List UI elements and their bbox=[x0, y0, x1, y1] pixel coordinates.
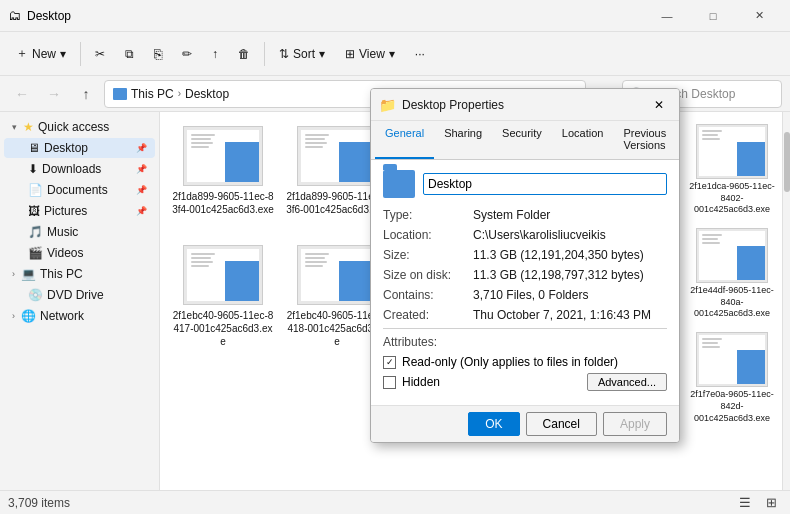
prop-label: Size: bbox=[383, 248, 473, 262]
folder-name-input[interactable] bbox=[423, 173, 667, 195]
dialog-separator bbox=[383, 328, 667, 329]
forward-button[interactable]: → bbox=[40, 80, 68, 108]
sidebar-item-dvd[interactable]: 💿 DVD Drive bbox=[4, 285, 155, 305]
thispc-icon: 💻 bbox=[21, 267, 36, 281]
dialog-body: Type: System Folder Location: C:\Users\k… bbox=[371, 160, 679, 405]
file-name: 2f1ebc40-9605-11ec-8417-001c425ac6d3.exe bbox=[172, 309, 274, 348]
property-row: Created: Thu October 7, 2021, 1:16:43 PM bbox=[383, 308, 667, 322]
view-icon: ⊞ bbox=[345, 47, 355, 61]
hidden-checkbox[interactable] bbox=[383, 376, 396, 389]
right-file-item[interactable]: 2f1f7e0a-9605-11ec-842d-001c425ac6d3.exe bbox=[686, 328, 778, 428]
cancel-button[interactable]: Cancel bbox=[526, 412, 597, 436]
close-button[interactable]: ✕ bbox=[736, 0, 782, 32]
advanced-button[interactable]: Advanced... bbox=[587, 373, 667, 391]
file-thumbnail bbox=[297, 126, 377, 186]
music-label: Music bbox=[47, 225, 78, 239]
status-bar: 3,709 items ☰ ⊞ bbox=[0, 490, 790, 514]
right-file-name: 2f1f7e0a-9605-11ec-842d-001c425ac6d3.exe bbox=[688, 389, 776, 424]
paste-button[interactable]: ⎘ bbox=[146, 42, 170, 66]
copy-icon: ⧉ bbox=[125, 47, 134, 61]
prop-value: 11.3 GB (12,191,204,350 bytes) bbox=[473, 248, 644, 262]
dialog-title-text: Desktop Properties bbox=[402, 98, 504, 112]
new-icon: ＋ bbox=[16, 45, 28, 62]
videos-icon: 🎬 bbox=[28, 246, 43, 260]
readonly-checkbox[interactable] bbox=[383, 356, 396, 369]
right-file-thumbnail bbox=[696, 228, 768, 283]
thispc-label: This PC bbox=[40, 267, 83, 281]
sidebar-item-thispc[interactable]: › 💻 This PC bbox=[4, 264, 155, 284]
sidebar-item-network[interactable]: › 🌐 Network bbox=[4, 306, 155, 326]
share-button[interactable]: ↑ bbox=[204, 43, 226, 65]
pin-icon-doc: 📌 bbox=[136, 185, 147, 195]
more-button[interactable]: ··· bbox=[407, 43, 433, 65]
delete-button[interactable]: 🗑 bbox=[230, 43, 258, 65]
sidebar-item-videos[interactable]: 🎬 Videos bbox=[4, 243, 155, 263]
desktop-icon: 🖥 bbox=[28, 141, 40, 155]
dialog-footer: OK Cancel Apply bbox=[371, 405, 679, 442]
breadcrumb-thispc[interactable]: This PC bbox=[131, 87, 174, 101]
tab-general[interactable]: General bbox=[375, 121, 434, 159]
paste-icon: ⎘ bbox=[154, 46, 162, 62]
sort-arrows-icon: ⇅ bbox=[279, 47, 289, 61]
list-view-button[interactable]: ☰ bbox=[734, 492, 756, 514]
breadcrumb-desktop[interactable]: Desktop bbox=[185, 87, 229, 101]
sidebar-item-documents[interactable]: 📄 Documents 📌 bbox=[4, 180, 155, 200]
rename-button[interactable]: ✏ bbox=[174, 43, 200, 65]
scrollbar[interactable] bbox=[782, 112, 790, 490]
right-file-item[interactable]: 2f1e44df-9605-11ec-840a-001c425ac6d3.exe bbox=[686, 224, 778, 324]
minimize-button[interactable]: — bbox=[644, 0, 690, 32]
ok-button[interactable]: OK bbox=[468, 412, 519, 436]
prop-value: Thu October 7, 2021, 1:16:43 PM bbox=[473, 308, 651, 322]
dialog-close-button[interactable]: ✕ bbox=[647, 93, 671, 117]
sidebar-item-desktop[interactable]: 🖥 Desktop 📌 bbox=[4, 138, 155, 158]
sidebar-item-quickaccess[interactable]: ▾ ★ Quick access bbox=[4, 117, 155, 137]
view-label: View bbox=[359, 47, 385, 61]
sidebar-item-downloads[interactable]: ⬇ Downloads 📌 bbox=[4, 159, 155, 179]
view-button[interactable]: ⊞ View ▾ bbox=[337, 43, 403, 65]
delete-icon: 🗑 bbox=[238, 47, 250, 61]
copy-button[interactable]: ⧉ bbox=[117, 43, 142, 65]
sort-label: Sort bbox=[293, 47, 315, 61]
pictures-label: Pictures bbox=[44, 204, 87, 218]
maximize-button[interactable]: □ bbox=[690, 0, 736, 32]
prop-label: Contains: bbox=[383, 288, 473, 302]
file-name: 2f1da899-9605-11ec-83f4-001c425ac6d3.exe bbox=[172, 190, 274, 216]
thispc-expand-icon: › bbox=[12, 269, 15, 279]
new-button[interactable]: ＋ New ▾ bbox=[8, 41, 74, 66]
title-bar-left: 🗂 Desktop bbox=[8, 8, 71, 23]
prop-label: Size on disk: bbox=[383, 268, 473, 282]
scrollbar-thumb[interactable] bbox=[784, 132, 790, 192]
file-item[interactable]: 2f1ebc40-9605-11ec-8417-001c425ac6d3.exe bbox=[168, 239, 278, 354]
right-file-item[interactable]: 2f1e1dca-9605-11ec-8402-001c425ac6d3.exe bbox=[686, 120, 778, 220]
tab-location[interactable]: Location bbox=[552, 121, 614, 159]
apply-button[interactable]: Apply bbox=[603, 412, 667, 436]
network-expand-icon: › bbox=[12, 311, 15, 321]
prop-value: System Folder bbox=[473, 208, 550, 222]
tab-previous-versions[interactable]: Previous Versions bbox=[613, 121, 676, 159]
tab-sharing[interactable]: Sharing bbox=[434, 121, 492, 159]
dvd-label: DVD Drive bbox=[47, 288, 104, 302]
window-title: Desktop bbox=[27, 9, 71, 23]
sidebar-item-music[interactable]: 🎵 Music bbox=[4, 222, 155, 242]
up-button[interactable]: ↑ bbox=[72, 80, 100, 108]
property-row: Size: 11.3 GB (12,191,204,350 bytes) bbox=[383, 248, 667, 262]
tab-security[interactable]: Security bbox=[492, 121, 552, 159]
prop-value: 3,710 Files, 0 Folders bbox=[473, 288, 588, 302]
downloads-icon: ⬇ bbox=[28, 162, 38, 176]
back-button[interactable]: ← bbox=[8, 80, 36, 108]
file-thumbnail bbox=[183, 126, 263, 186]
view-arrow-icon: ▾ bbox=[389, 47, 395, 61]
cut-button[interactable]: ✂ bbox=[87, 43, 113, 65]
window-controls: — □ ✕ bbox=[644, 0, 782, 32]
dialog-tabs: General Sharing Security Location Previo… bbox=[371, 121, 679, 160]
file-item[interactable]: 2f1da899-9605-11ec-83f4-001c425ac6d3.exe bbox=[168, 120, 278, 235]
right-file-name: 2f1e1dca-9605-11ec-8402-001c425ac6d3.exe bbox=[688, 181, 776, 216]
dvd-icon: 💿 bbox=[28, 288, 43, 302]
attributes-label: Attributes: bbox=[383, 335, 473, 349]
sidebar-item-pictures[interactable]: 🖼 Pictures 📌 bbox=[4, 201, 155, 221]
window-icon: 🗂 bbox=[8, 8, 21, 23]
properties-dialog[interactable]: 📁 Desktop Properties ✕ General Sharing S… bbox=[370, 88, 680, 443]
right-file-thumbnail bbox=[696, 332, 768, 387]
sort-button[interactable]: ⇅ Sort ▾ bbox=[271, 43, 333, 65]
grid-view-button[interactable]: ⊞ bbox=[760, 492, 782, 514]
